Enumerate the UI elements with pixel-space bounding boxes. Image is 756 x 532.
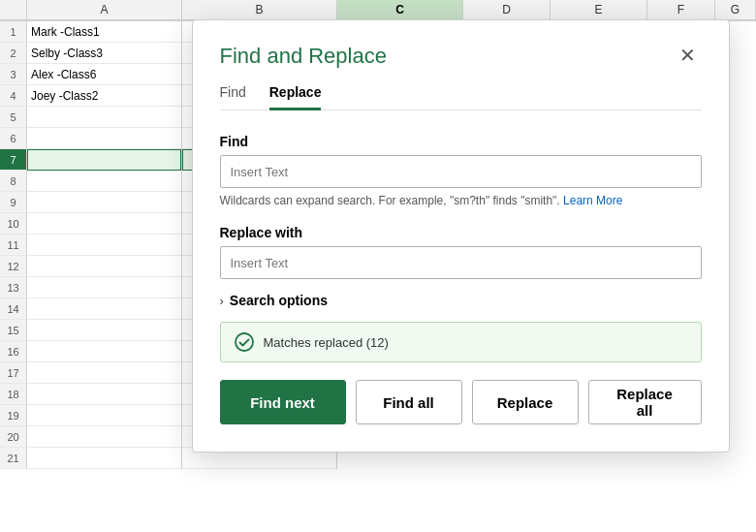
cell-a5[interactable] bbox=[27, 107, 181, 128]
find-field-section: Find Wildcards can expand search. For ex… bbox=[220, 134, 702, 207]
cell-a10[interactable] bbox=[27, 213, 181, 235]
cell-a11[interactable] bbox=[27, 235, 181, 256]
row-num-15[interactable]: 15 bbox=[0, 320, 27, 341]
row-numbers: 1 2 3 4 5 6 7 8 9 10 11 12 13 14 15 16 1… bbox=[0, 21, 27, 469]
replace-button[interactable]: Replace bbox=[472, 380, 579, 424]
cell-a16[interactable] bbox=[27, 341, 181, 362]
replace-label: Replace with bbox=[220, 225, 702, 240]
row-num-11[interactable]: 11 bbox=[0, 235, 27, 256]
cell-a7[interactable] bbox=[27, 149, 181, 171]
cell-a13[interactable] bbox=[27, 277, 181, 298]
cell-a20[interactable] bbox=[27, 426, 181, 448]
hint-text: Wildcards can expand search. For example… bbox=[220, 194, 702, 207]
grid-col-a: Mark -Class1 Selby -Class3 Alex -Class6 … bbox=[27, 21, 182, 469]
corner-cell bbox=[0, 0, 27, 20]
cell-a19[interactable] bbox=[27, 405, 181, 426]
tabs: Find Replace bbox=[220, 84, 702, 110]
replace-field-section: Replace with bbox=[220, 225, 702, 279]
find-replace-dialog: Find and Replace ✕ Find Replace Find Wil… bbox=[192, 19, 730, 453]
cell-a6[interactable] bbox=[27, 128, 181, 149]
cell-a8[interactable] bbox=[27, 171, 181, 192]
find-all-button[interactable]: Find all bbox=[356, 380, 462, 424]
cell-a14[interactable] bbox=[27, 298, 181, 320]
dialog-overlay: Find and Replace ✕ Find Replace Find Wil… bbox=[184, 0, 737, 532]
cell-a18[interactable] bbox=[27, 384, 181, 405]
cell-a1[interactable]: Mark -Class1 bbox=[27, 21, 181, 43]
cell-a9[interactable] bbox=[27, 192, 181, 213]
row-num-18[interactable]: 18 bbox=[0, 384, 27, 405]
row-num-8[interactable]: 8 bbox=[0, 171, 27, 192]
cell-a21[interactable] bbox=[27, 448, 181, 469]
find-input[interactable] bbox=[220, 155, 702, 188]
dialog-title: Find and Replace bbox=[220, 44, 387, 69]
find-next-button[interactable]: Find next bbox=[220, 380, 346, 424]
cell-a4[interactable]: Joey -Class2 bbox=[27, 85, 181, 107]
col-header-a[interactable]: A bbox=[27, 0, 182, 20]
row-num-20[interactable]: 20 bbox=[0, 426, 27, 448]
chevron-right-icon: › bbox=[220, 294, 224, 308]
row-num-6[interactable]: 6 bbox=[0, 128, 27, 149]
success-banner: Matches replaced (12) bbox=[220, 322, 702, 362]
search-options-row[interactable]: › Search options bbox=[220, 293, 702, 308]
cell-a12[interactable] bbox=[27, 256, 181, 277]
tab-replace[interactable]: Replace bbox=[269, 84, 322, 110]
find-label: Find bbox=[220, 134, 702, 149]
row-num-17[interactable]: 17 bbox=[0, 362, 27, 384]
learn-more-link[interactable]: Learn More bbox=[563, 194, 622, 207]
dialog-header: Find and Replace ✕ bbox=[220, 44, 702, 69]
row-num-4[interactable]: 4 bbox=[0, 85, 27, 107]
row-num-1[interactable]: 1 bbox=[0, 21, 27, 43]
row-num-10[interactable]: 10 bbox=[0, 213, 27, 235]
tab-find[interactable]: Find bbox=[220, 84, 246, 110]
replace-all-button[interactable]: Replace all bbox=[588, 380, 702, 424]
replace-input[interactable] bbox=[220, 246, 702, 279]
buttons-row: Find next Find all Replace Replace all bbox=[220, 380, 702, 424]
search-options-label: Search options bbox=[230, 293, 328, 308]
row-num-7[interactable]: 7 bbox=[0, 149, 27, 171]
cell-a2[interactable]: Selby -Class3 bbox=[27, 43, 181, 64]
row-num-19[interactable]: 19 bbox=[0, 405, 27, 426]
success-message: Matches replaced (12) bbox=[264, 335, 389, 350]
cell-a17[interactable] bbox=[27, 362, 181, 384]
row-num-16[interactable]: 16 bbox=[0, 341, 27, 362]
check-circle-icon bbox=[235, 332, 254, 352]
row-num-13[interactable]: 13 bbox=[0, 277, 27, 298]
close-button[interactable]: ✕ bbox=[674, 44, 702, 67]
row-num-9[interactable]: 9 bbox=[0, 192, 27, 213]
row-num-5[interactable]: 5 bbox=[0, 107, 27, 128]
row-num-21[interactable]: 21 bbox=[0, 448, 27, 469]
row-num-3[interactable]: 3 bbox=[0, 64, 27, 85]
row-num-14[interactable]: 14 bbox=[0, 298, 27, 320]
row-num-2[interactable]: 2 bbox=[0, 43, 27, 64]
row-num-12[interactable]: 12 bbox=[0, 256, 27, 277]
svg-point-0 bbox=[236, 333, 253, 351]
cell-a3[interactable]: Alex -Class6 bbox=[27, 64, 181, 85]
cell-a15[interactable] bbox=[27, 320, 181, 341]
